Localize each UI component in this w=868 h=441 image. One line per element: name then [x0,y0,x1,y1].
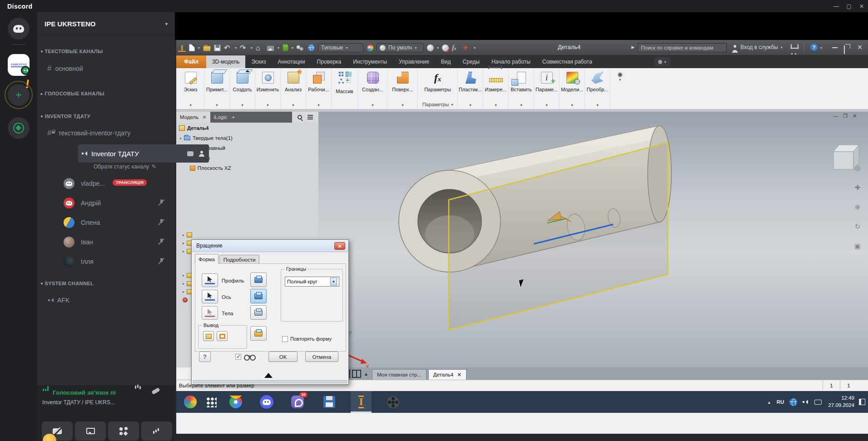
appearance-dropdown[interactable]: По умолч▾ [377,43,424,52]
section-text-channels[interactable]: ▾ ТЕКСТОВЫЕ КАНАЛЫ [41,49,103,54]
ribbon-button-analyze[interactable]: Анализ▾ [281,68,306,109]
appearance-sphere-icon[interactable] [367,45,373,51]
tree-item[interactable]: ▸ [183,241,192,246]
clear-appearance-icon[interactable] [442,45,449,51]
ribbon-button-simulation[interactable]: Модели...▾ [560,68,585,109]
solids-select-button[interactable] [202,306,218,320]
tray-expand-icon[interactable]: ▴ [768,400,770,405]
chevron-down-icon[interactable]: ▾ [251,46,253,50]
plus-icon[interactable]: + [232,114,235,120]
tab-3d-model[interactable]: 3D-модель [206,55,246,68]
add-icon[interactable]: + [463,44,471,52]
ribbon-button-create[interactable]: Создать▾ [230,68,255,109]
maximize-button[interactable]: ▢ [843,2,855,11]
dialog-tab-details[interactable]: Подробности [219,255,259,264]
expand-icon[interactable]: ▲ [364,372,368,377]
ribbon-collapse-button[interactable]: ◉▾ [613,68,627,109]
dialog-tab-shape[interactable]: Форма [195,254,218,264]
chevron-down-icon[interactable]: ▾ [235,46,237,50]
ribbon-button-iparts[interactable]: iПараме...▾ [534,68,560,109]
ribbon-button-work-features[interactable]: Рабочи...▾ [306,68,332,109]
undo-icon[interactable]: ↶ [224,44,232,52]
dialog-expander[interactable] [264,369,273,378]
home-icon[interactable]: ⌂ [256,44,263,52]
network-icon[interactable] [789,398,797,406]
chevron-right-icon[interactable]: ▶ [631,45,635,50]
section-system-channel[interactable]: ▾ SYSTEM CHANNEL [41,281,94,286]
open-file-icon[interactable] [203,46,211,51]
tab-detail4[interactable]: Деталь4✕ [428,369,466,380]
voice-user-row[interactable]: Ілля [37,254,175,269]
ribbon-button-parameters[interactable]: fxПараметрыПараметры▾ [418,68,458,109]
taskbar-app-colors[interactable] [180,391,201,413]
taskbar-app-grid[interactable] [201,391,222,413]
section-inventor-tdatu[interactable]: ▾ INVENTOR ТДАТУ [41,114,90,119]
update-icon[interactable] [283,44,288,51]
profile-select-button[interactable] [202,273,218,287]
tree-item[interactable] [183,297,188,302]
rectangular-pattern-icon[interactable] [338,71,344,77]
tab-get-started[interactable]: Начало работы [486,55,536,68]
tree-item[interactable]: ▸ [183,233,192,238]
action-center-icon[interactable] [859,399,865,405]
chevron-down-icon[interactable]: ▾ [278,46,279,50]
screen-record-button[interactable]: ▾ [655,57,670,66]
ribbon-group-pattern[interactable]: Массив [332,68,358,109]
tab-collaborate[interactable]: Совместная работа [536,55,598,68]
screenshare-button[interactable] [75,421,106,441]
ribbon-button-insert[interactable]: Вставить▾ [509,68,534,109]
menu-icon[interactable] [308,115,313,116]
taskbar-app-viber[interactable]: 20 [287,391,308,413]
close-icon[interactable]: ✕ [457,372,461,378]
tab-home[interactable]: Моя главная стр... [372,369,427,380]
taskbar-app-save[interactable] [319,391,340,413]
voice-user-row[interactable]: Олена [37,215,175,230]
inventor-restore-button[interactable] [844,45,845,54]
volume-icon[interactable] [803,400,808,404]
redo-icon[interactable]: ↷ [240,44,248,52]
extent-button-2[interactable] [250,289,267,303]
server-header[interactable]: IPE UKRSTENO ▾ [37,12,175,35]
minimize-button[interactable]: — [830,2,843,11]
cancel-button[interactable]: Отмена [305,352,338,362]
touch-keyboard-icon[interactable] [814,400,822,405]
sign-in-button[interactable]: Вход в службы▾ [740,44,783,50]
activities-button[interactable] [108,421,139,441]
orbit-icon[interactable]: ↻ [852,223,863,231]
clock[interactable]: 12:49 27.09.2024 [828,395,854,409]
render-icon[interactable] [267,45,274,51]
help-icon[interactable]: ? [810,44,818,51]
taskbar-app-inventor[interactable]: I [351,391,372,413]
taskbar-app-media[interactable] [382,391,403,413]
tree-item[interactable]: ▸ [183,289,192,294]
ribbon-button-modify[interactable]: Изменить▾ [255,68,281,109]
ribbon-button-measure[interactable]: Измере...▾ [483,68,509,109]
look-at-icon[interactable]: ▣ [852,242,863,250]
tab-inspect[interactable]: Проверка [311,55,347,68]
chevron-down-icon[interactable]: ▾ [437,46,439,50]
extent-button-3[interactable] [250,305,267,320]
tab-tools[interactable]: Инструменты [347,55,393,68]
tree-item[interactable]: ▸ [183,249,192,254]
viewport-3d[interactable]: X Y Z —❐✕ ◎ ✚ ⊕ ↻ ▣ [318,112,868,367]
tree-item[interactable]: ▸ [183,273,192,278]
tab-sketch[interactable]: Эскиз [245,55,272,68]
ribbon-button-convert[interactable]: Преобр...▾ [585,68,610,109]
preview-checkbox[interactable] [235,354,241,360]
dialog-titlebar[interactable]: Вращение ✕ [192,240,348,252]
inventor-close-button[interactable]: ✕ [857,44,863,50]
help-search-input[interactable] [638,43,727,52]
browser-tab-model[interactable]: Модель✕ [176,112,210,123]
sketch-pattern-icon[interactable] [346,79,351,84]
browser-tab-ilogic[interactable]: iLogic+ [210,114,239,120]
ribbon-button-plastic[interactable]: Пластик...▾ [458,68,483,109]
materials-icon[interactable] [308,44,315,51]
soundboard-button[interactable] [141,421,172,441]
tree-item-part[interactable]: Деталь4 [179,125,208,131]
close-button[interactable]: ✕ [855,2,868,11]
inventor-minimize-button[interactable] [832,45,838,48]
tree-item[interactable]: ▸ [183,281,192,286]
pan-icon[interactable]: ✚ [852,183,863,192]
parameters-fx-icon[interactable]: fx [452,44,460,52]
chevron-down-icon[interactable]: ▾ [198,46,200,50]
